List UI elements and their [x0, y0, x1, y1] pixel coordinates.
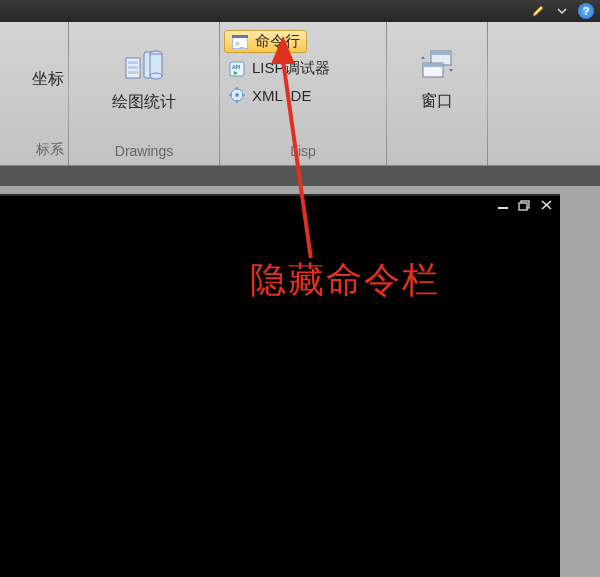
svg-text:API: API	[232, 64, 241, 70]
titlebar: ?	[0, 0, 600, 22]
api-icon: API	[228, 60, 246, 78]
drawings-stats-button[interactable]: 绘图统计	[112, 48, 176, 113]
coords-label: 坐标	[32, 69, 64, 90]
ribbon-panel-coords: 坐标 标系	[0, 22, 68, 165]
help-icon[interactable]: ?	[578, 3, 594, 19]
svg-rect-9	[232, 35, 248, 38]
lisp-debugger-label: LISP调试器	[252, 59, 330, 78]
panel-separator	[487, 22, 488, 165]
svg-rect-26	[519, 203, 527, 210]
commandline-label: 命令行	[255, 32, 300, 51]
ribbon-panel-window: 窗口	[387, 22, 487, 165]
window-switch-icon	[419, 49, 455, 85]
coords-button[interactable]: 坐标	[32, 69, 64, 90]
pencil-icon[interactable]	[530, 3, 546, 19]
xml-ide-button[interactable]: XML IDE	[224, 84, 315, 106]
ribbon-panel-lisp: >_ 命令行 API LISP调试器 XML IDE Lisp	[220, 22, 386, 165]
minimize-icon[interactable]	[494, 198, 512, 212]
window-button[interactable]: 窗口	[419, 49, 455, 112]
xml-gear-icon	[228, 86, 246, 104]
svg-text:>_: >_	[235, 39, 245, 48]
panel-label-window	[387, 139, 487, 165]
document-window-controls	[494, 198, 556, 212]
workspace: 隐藏命令栏	[0, 186, 600, 577]
ribbon-lower-band	[0, 166, 600, 186]
svg-rect-3	[128, 71, 138, 74]
xml-ide-label: XML IDE	[252, 87, 311, 104]
svg-rect-21	[431, 51, 451, 55]
commandline-icon: >_	[231, 33, 249, 51]
close-icon[interactable]	[538, 198, 556, 212]
window-label: 窗口	[421, 91, 453, 112]
lisp-debugger-button[interactable]: API LISP调试器	[224, 57, 334, 80]
panel-label-lisp: Lisp	[220, 139, 386, 165]
document-window[interactable]	[0, 194, 560, 577]
panel-label-coords: 标系	[0, 137, 72, 165]
drawings-icon	[124, 48, 164, 86]
ribbon: 坐标 标系 绘图统计 Drawin	[0, 22, 600, 166]
ribbon-panel-drawings: 绘图统计 Drawings	[69, 22, 219, 165]
drawings-label: 绘图统计	[112, 92, 176, 113]
svg-rect-2	[128, 66, 138, 69]
chevron-down-icon[interactable]	[554, 3, 570, 19]
svg-rect-23	[423, 63, 443, 67]
restore-icon[interactable]	[516, 198, 534, 212]
svg-point-7	[150, 73, 162, 79]
panel-label-drawings: Drawings	[69, 139, 219, 165]
svg-point-15	[235, 93, 239, 97]
svg-rect-1	[128, 61, 138, 64]
commandline-button[interactable]: >_ 命令行	[224, 30, 307, 53]
